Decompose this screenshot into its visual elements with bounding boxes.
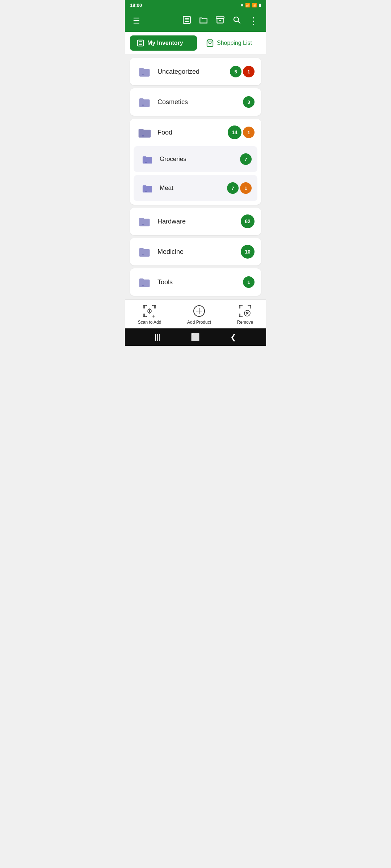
- tab-inventory-label: My Inventory: [147, 40, 183, 46]
- status-bar: 18:00 ⎈ 📶 📶 ▮: [125, 0, 266, 10]
- folder-icon-groceries: [139, 151, 155, 167]
- signal-icon: 📶: [252, 3, 257, 8]
- svg-rect-43: [239, 314, 240, 317]
- svg-rect-14: [142, 105, 144, 106]
- category-cosmetics[interactable]: Cosmetics 3: [130, 88, 261, 116]
- category-medicine-label: Medicine: [157, 248, 236, 256]
- folder-nav-icon[interactable]: [196, 12, 211, 30]
- status-icons: ⎈ 📶 📶 ▮: [241, 3, 261, 8]
- time: 18:00: [130, 3, 142, 8]
- category-food-badges: 14 1: [228, 125, 255, 139]
- svg-point-32: [149, 310, 150, 312]
- recent-apps-button[interactable]: |||: [155, 333, 160, 341]
- wifi-icon: 📶: [245, 3, 250, 8]
- bluetooth-icon: ⎈: [241, 3, 243, 7]
- category-meat-badges: 7 1: [227, 182, 252, 194]
- app-bar: ☰: [125, 10, 266, 32]
- badge-orange: 1: [240, 182, 252, 194]
- svg-line-7: [238, 21, 240, 24]
- add-product-label: Add Product: [187, 320, 211, 325]
- badge-green: 1: [243, 276, 255, 288]
- bottom-action-bar: Scan to Add Add Product: [125, 299, 266, 328]
- archive-icon[interactable]: [213, 12, 228, 30]
- category-medicine-badges: 10: [241, 245, 255, 259]
- remove-label: Remove: [237, 320, 253, 325]
- svg-rect-22: [144, 305, 144, 308]
- menu-button[interactable]: ☰: [130, 13, 143, 29]
- app-bar-actions: ⋮: [179, 12, 261, 30]
- folder-icon-tools: [136, 274, 152, 290]
- category-hardware-badges: 62: [241, 214, 255, 228]
- category-cosmetics-badges: 3: [243, 96, 255, 108]
- remove-icon: [238, 304, 252, 318]
- category-meat-label: Meat: [160, 184, 223, 192]
- svg-rect-24: [155, 305, 155, 308]
- category-food[interactable]: Food 14 1: [130, 119, 261, 146]
- category-groceries-badges: 7: [240, 153, 252, 165]
- badge-green: 7: [227, 182, 239, 194]
- svg-rect-15: [142, 135, 144, 136]
- svg-point-6: [234, 17, 239, 22]
- category-tools-label: Tools: [157, 278, 238, 286]
- back-button[interactable]: ❮: [230, 333, 236, 341]
- scan-icon: [142, 304, 157, 318]
- svg-rect-17: [145, 191, 147, 192]
- category-uncategorized-label: Uncategorized: [157, 68, 225, 76]
- add-product-button[interactable]: Add Product: [187, 304, 211, 325]
- badge-green: 7: [240, 153, 252, 165]
- list-icon[interactable]: [179, 12, 194, 30]
- folder-icon-hardware: [136, 213, 152, 229]
- remove-button[interactable]: Remove: [237, 304, 253, 325]
- category-hardware-label: Hardware: [157, 218, 236, 225]
- svg-rect-19: [142, 254, 144, 255]
- system-nav-bar: ||| ⬜ ❮: [125, 328, 266, 346]
- svg-rect-20: [142, 285, 144, 286]
- scan-to-add-label: Scan to Add: [138, 320, 161, 325]
- category-food-label: Food: [157, 129, 223, 136]
- folder-icon-medicine: [136, 244, 152, 260]
- svg-rect-41: [250, 305, 251, 308]
- category-tools-badges: 1: [243, 276, 255, 288]
- more-options-icon[interactable]: ⋮: [246, 13, 261, 30]
- svg-rect-16: [145, 162, 147, 163]
- home-button[interactable]: ⬜: [191, 333, 200, 341]
- category-cosmetics-label: Cosmetics: [157, 98, 238, 106]
- svg-rect-39: [239, 305, 240, 308]
- category-uncategorized[interactable]: Uncategorized 5 1: [130, 58, 261, 85]
- category-uncategorized-badges: 5 1: [230, 66, 255, 77]
- battery-icon: ▮: [259, 3, 261, 8]
- category-medicine[interactable]: Medicine 10: [130, 238, 261, 265]
- badge-green: 62: [241, 214, 255, 228]
- category-hardware[interactable]: Hardware 62: [130, 208, 261, 235]
- svg-rect-18: [142, 224, 144, 225]
- category-groceries[interactable]: Groceries 7: [134, 146, 257, 172]
- badge-orange: 1: [243, 127, 255, 138]
- content-area: Uncategorized 5 1 Cosmetics 3 F: [125, 54, 266, 299]
- badge-red: 1: [243, 66, 255, 77]
- category-meat[interactable]: Meat 7 1: [134, 175, 257, 201]
- svg-rect-26: [144, 314, 144, 317]
- category-food-group: Food 14 1 Groceries 7: [130, 119, 261, 205]
- tab-inventory[interactable]: My Inventory: [130, 35, 197, 51]
- folder-icon-uncategorized: [136, 64, 152, 80]
- add-product-icon: [192, 304, 206, 318]
- badge-green: 5: [230, 66, 241, 77]
- folder-icon-meat: [139, 180, 155, 196]
- folder-icon-food: [136, 124, 152, 140]
- tab-bar: My Inventory Shopping List: [125, 32, 266, 54]
- tab-shopping-label: Shopping List: [217, 40, 252, 46]
- badge-green: 14: [228, 125, 241, 139]
- badge-green: 10: [241, 245, 255, 259]
- search-icon[interactable]: [229, 12, 244, 30]
- scan-to-add-button[interactable]: Scan to Add: [138, 304, 161, 325]
- category-tools[interactable]: Tools 1: [130, 268, 261, 296]
- tab-shopping[interactable]: Shopping List: [197, 35, 261, 51]
- badge-green: 3: [243, 96, 255, 108]
- category-groceries-label: Groceries: [160, 156, 236, 163]
- food-sub-items: Groceries 7 Meat 7 1: [130, 146, 261, 205]
- folder-icon-cosmetics: [136, 94, 152, 110]
- svg-rect-13: [142, 74, 144, 75]
